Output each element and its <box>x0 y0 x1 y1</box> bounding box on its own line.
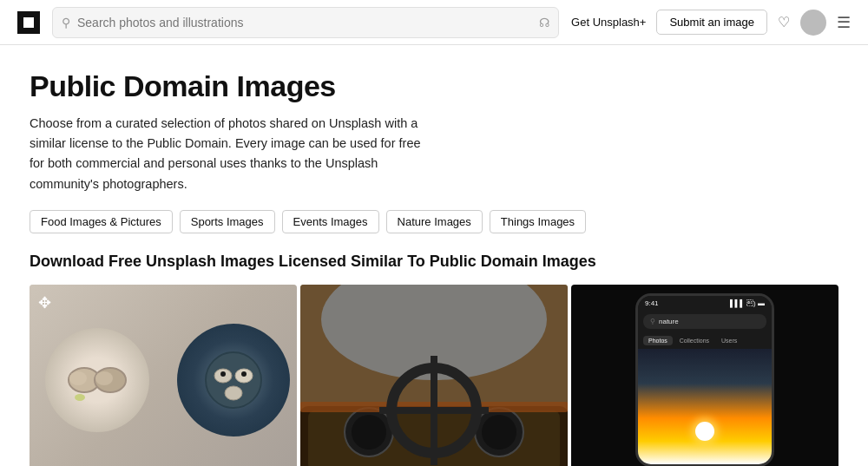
svg-point-1 <box>69 371 87 385</box>
svg-point-10 <box>241 371 247 377</box>
phone-image: 9:41 ▌▌▌ ) ▬ ⚲ nature Photos Collection… <box>571 285 838 466</box>
svg-point-3 <box>95 371 113 385</box>
bell-icon[interactable]: ♡ <box>778 14 790 30</box>
phone-search-icon: ⚲ <box>650 318 655 325</box>
svg-point-16 <box>352 415 386 450</box>
oyster-plate-right <box>177 324 290 436</box>
phone-tab-users[interactable]: Users <box>716 336 742 345</box>
phone-status-bar: 9:41 ▌▌▌ ) ▬ <box>638 296 772 311</box>
section-title: Download Free Unsplash Images Licensed S… <box>30 253 838 271</box>
header: ⚲ ☊ Get Unsplash+ Submit an image ♡ ☰ <box>0 0 868 45</box>
page-title: Public Domain Images <box>30 69 838 103</box>
car-image <box>300 285 568 466</box>
tag-sports[interactable]: Sports Images <box>180 210 275 233</box>
tag-food[interactable]: Food Images & Pictures <box>30 210 173 233</box>
tag-list: Food Images & Pictures Sports Images Eve… <box>30 210 838 233</box>
phone-search-text: nature <box>659 318 679 325</box>
hero-description: Choose from a curated selection of photo… <box>30 114 429 194</box>
menu-icon[interactable]: ☰ <box>837 13 851 32</box>
phone-tab-collections[interactable]: Collections <box>674 336 714 345</box>
food-image: ✥ <box>30 285 297 466</box>
steering-wheel <box>386 363 482 458</box>
tag-events[interactable]: Events Images <box>282 210 379 233</box>
phone-frame: 9:41 ▌▌▌ ) ▬ ⚲ nature Photos Collection… <box>635 293 774 466</box>
food-image-col[interactable]: ✥ <box>30 285 297 466</box>
phone-time: 9:41 <box>645 299 659 307</box>
move-icon: ✥ <box>38 293 51 312</box>
phone-photo-area <box>638 349 772 464</box>
sun-circle <box>695 422 714 441</box>
search-icon: ⚲ <box>62 16 70 30</box>
phone-tabs: Photos Collections Users <box>643 336 766 345</box>
tag-nature[interactable]: Nature Images <box>386 210 483 233</box>
submit-button[interactable]: Submit an image <box>656 10 767 35</box>
svg-point-9 <box>220 371 226 377</box>
phone-signal: ▌▌▌ ) ▬ <box>730 299 765 307</box>
svg-point-18 <box>482 415 516 450</box>
hero-section: Public Domain Images Choose from a curat… <box>0 45 868 466</box>
search-input[interactable] <box>77 16 532 30</box>
phone-image-col[interactable]: 9:41 ▌▌▌ ) ▬ ⚲ nature Photos Collection… <box>571 285 838 466</box>
phone-search-bar: ⚲ nature <box>643 314 766 329</box>
camera-icon[interactable]: ☊ <box>539 16 549 30</box>
unsplash-logo[interactable] <box>17 11 40 34</box>
header-right: Get Unsplash+ Submit an image ♡ ☰ <box>571 10 851 36</box>
phone-tab-photos[interactable]: Photos <box>643 336 673 345</box>
tag-things[interactable]: Things Images <box>490 210 586 233</box>
svg-point-8 <box>225 386 242 400</box>
search-bar[interactable]: ⚲ ☊ <box>52 7 559 38</box>
oyster-plate-left <box>45 328 149 432</box>
svg-point-4 <box>75 394 85 401</box>
image-grid: ✥ <box>30 285 838 466</box>
avatar[interactable] <box>800 10 826 36</box>
get-plus-button[interactable]: Get Unsplash+ <box>571 16 646 29</box>
car-image-col[interactable] <box>300 285 568 466</box>
